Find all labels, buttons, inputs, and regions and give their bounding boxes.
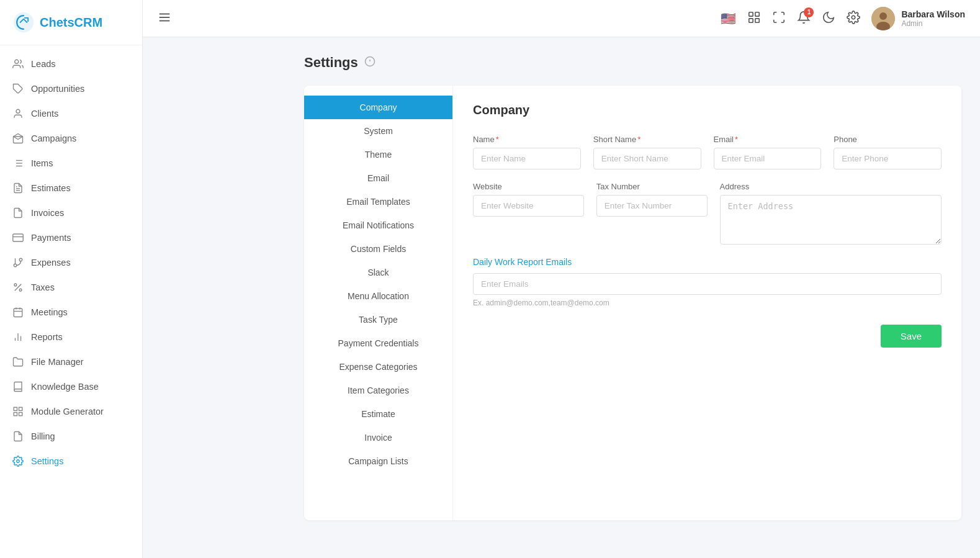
daily-emails-input[interactable] bbox=[473, 273, 942, 295]
meetings-icon bbox=[12, 307, 24, 318]
settings-nav-estimate[interactable]: Estimate bbox=[304, 402, 452, 426]
settings-nav-system[interactable]: System bbox=[304, 119, 452, 143]
company-section-title: Company bbox=[473, 103, 942, 117]
settings-nav-email[interactable]: Email bbox=[304, 166, 452, 190]
settings-nav-invoice[interactable]: Invoice bbox=[304, 426, 452, 449]
sidebar-item-leads-label: Leads bbox=[31, 59, 56, 69]
logo-icon bbox=[12, 11, 35, 34]
sidebar-item-payments[interactable]: Payments bbox=[0, 225, 142, 250]
sidebar-item-reports[interactable]: Reports bbox=[0, 325, 142, 349]
sidebar-item-file-manager-label: File Manager bbox=[31, 357, 84, 367]
settings-nav-company[interactable]: Company bbox=[304, 96, 452, 119]
form-group-tax-number: Tax Number bbox=[596, 182, 708, 245]
sidebar-item-opportunities[interactable]: Opportunities bbox=[0, 76, 142, 101]
tax-number-input[interactable] bbox=[596, 195, 708, 217]
sidebar-item-estimates[interactable]: Estimates bbox=[0, 176, 142, 200]
page-title: Settings bbox=[304, 55, 358, 71]
settings-nav-payment-credentials[interactable]: Payment Credentials bbox=[304, 331, 452, 355]
topbar-settings[interactable] bbox=[847, 11, 860, 27]
sidebar-item-billing[interactable]: Billing bbox=[0, 424, 142, 449]
sidebar-item-knowledge-base[interactable]: Knowledge Base bbox=[0, 374, 142, 399]
user-profile[interactable]: Barbara Wilson Admin bbox=[871, 7, 965, 30]
module-generator-icon bbox=[12, 406, 24, 417]
svg-point-15 bbox=[19, 258, 22, 261]
settings-nav-theme[interactable]: Theme bbox=[304, 143, 452, 166]
form-group-short-name: Short Name* bbox=[593, 135, 701, 169]
website-label: Website bbox=[473, 182, 584, 191]
sidebar-item-invoices[interactable]: Invoices bbox=[0, 200, 142, 225]
sidebar-item-campaigns-label: Campaigns bbox=[31, 133, 76, 143]
sidebar-item-opportunities-label: Opportunities bbox=[31, 84, 84, 94]
settings-nav-custom-fields[interactable]: Custom Fields bbox=[304, 237, 452, 261]
sidebar-item-leads[interactable]: Leads bbox=[0, 52, 142, 76]
sidebar-item-settings[interactable]: Settings bbox=[0, 449, 142, 474]
form-group-address: Address bbox=[720, 182, 942, 245]
sidebar-item-taxes[interactable]: Taxes bbox=[0, 275, 142, 300]
hamburger-menu[interactable] bbox=[158, 11, 171, 27]
settings-nav-slack[interactable]: Slack bbox=[304, 261, 452, 284]
svg-point-3 bbox=[16, 109, 20, 113]
form-actions: Save bbox=[473, 325, 942, 348]
sidebar-item-clients[interactable]: Clients bbox=[0, 101, 142, 126]
sidebar: ChetsCRM Leads Opportunities Clients Cam… bbox=[0, 0, 143, 558]
svg-line-17 bbox=[15, 284, 22, 291]
phone-input[interactable] bbox=[834, 148, 942, 169]
settings-container: Company System Theme Email Email Templat… bbox=[304, 86, 961, 520]
apps-icon[interactable] bbox=[747, 11, 761, 27]
save-button[interactable]: Save bbox=[881, 325, 942, 348]
fullscreen-button[interactable] bbox=[772, 11, 786, 27]
sidebar-item-taxes-label: Taxes bbox=[31, 282, 55, 292]
sidebar-item-campaigns[interactable]: Campaigns bbox=[0, 126, 142, 151]
items-icon bbox=[12, 158, 24, 169]
sidebar-item-reports-label: Reports bbox=[31, 332, 63, 342]
email-input[interactable] bbox=[714, 148, 822, 169]
svg-rect-36 bbox=[755, 12, 759, 16]
svg-rect-38 bbox=[755, 18, 759, 22]
settings-nav-campaign-lists[interactable]: Campaign Lists bbox=[304, 449, 452, 473]
svg-point-41 bbox=[879, 12, 887, 20]
svg-rect-12 bbox=[13, 234, 24, 241]
address-label: Address bbox=[720, 182, 942, 191]
estimates-icon bbox=[12, 182, 24, 194]
emails-hint: Ex. admin@demo.com,team@demo.com bbox=[473, 299, 942, 307]
settings-nav-task-type[interactable]: Task Type bbox=[304, 308, 452, 331]
sidebar-item-meetings[interactable]: Meetings bbox=[0, 300, 142, 325]
user-info: Barbara Wilson Admin bbox=[901, 9, 965, 28]
svg-point-1 bbox=[15, 60, 19, 63]
language-selector[interactable]: 🇺🇸 bbox=[721, 11, 736, 26]
sidebar-item-settings-label: Settings bbox=[31, 456, 63, 466]
avatar-image bbox=[871, 7, 895, 30]
settings-nav-expense-categories[interactable]: Expense Categories bbox=[304, 355, 452, 379]
short-name-input[interactable] bbox=[593, 148, 701, 169]
form-group-email: Email* bbox=[714, 135, 822, 169]
sidebar-item-expenses[interactable]: Expenses bbox=[0, 250, 142, 275]
sidebar-item-invoices-label: Invoices bbox=[31, 208, 64, 218]
page-header: Settings bbox=[304, 55, 961, 71]
logo-area[interactable]: ChetsCRM bbox=[0, 0, 142, 45]
sidebar-item-billing-label: Billing bbox=[31, 431, 55, 441]
form-group-website: Website bbox=[473, 182, 584, 245]
svg-rect-37 bbox=[749, 18, 753, 22]
settings-nav-email-notifications[interactable]: Email Notifications bbox=[304, 214, 452, 237]
info-icon[interactable] bbox=[364, 56, 375, 70]
name-input[interactable] bbox=[473, 148, 581, 169]
settings-nav-item-categories[interactable]: Item Categories bbox=[304, 379, 452, 402]
address-textarea[interactable] bbox=[720, 195, 942, 245]
settings-nav-menu-allocation[interactable]: Menu Allocation bbox=[304, 284, 452, 308]
sidebar-item-file-manager[interactable]: File Manager bbox=[0, 349, 142, 374]
sidebar-item-module-generator[interactable]: Module Generator bbox=[0, 399, 142, 424]
expenses-icon bbox=[12, 257, 24, 268]
dark-mode-toggle[interactable] bbox=[822, 11, 835, 27]
notification-bell[interactable]: 1 bbox=[797, 11, 811, 27]
knowledge-base-icon bbox=[12, 381, 24, 392]
topbar-left bbox=[158, 11, 171, 27]
opportunities-icon bbox=[12, 83, 24, 94]
website-input[interactable] bbox=[473, 195, 584, 217]
info-circle-icon bbox=[364, 56, 375, 67]
payments-icon bbox=[12, 232, 24, 243]
sidebar-item-module-generator-label: Module Generator bbox=[31, 407, 104, 416]
reports-icon bbox=[12, 331, 24, 343]
settings-nav-email-templates[interactable]: Email Templates bbox=[304, 190, 452, 214]
phone-label: Phone bbox=[834, 135, 942, 144]
sidebar-item-items[interactable]: Items bbox=[0, 151, 142, 176]
